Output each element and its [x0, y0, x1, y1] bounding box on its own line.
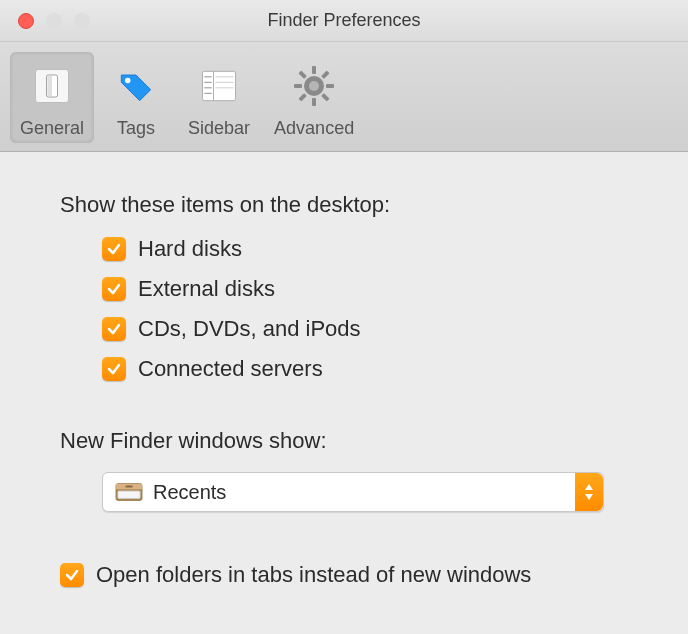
tab-label: Tags — [117, 118, 155, 139]
option-label: Open folders in tabs instead of new wind… — [96, 562, 531, 588]
svg-rect-17 — [294, 84, 302, 88]
svg-rect-19 — [321, 70, 329, 78]
svg-rect-18 — [326, 84, 334, 88]
close-window-button[interactable] — [18, 13, 34, 29]
tags-icon — [108, 58, 164, 114]
option-cds-dvds-ipods[interactable]: CDs, DVDs, and iPods — [102, 316, 638, 342]
new-windows-select[interactable]: Recents — [102, 472, 604, 512]
checkbox-icon — [60, 563, 84, 587]
advanced-icon — [286, 58, 342, 114]
option-connected-servers[interactable]: Connected servers — [102, 356, 638, 382]
svg-rect-15 — [312, 66, 316, 74]
tab-label: Advanced — [274, 118, 354, 139]
desktop-items-heading: Show these items on the desktop: — [60, 192, 638, 218]
content-pane: Show these items on the desktop: Hard di… — [0, 152, 688, 588]
tab-advanced[interactable]: Advanced — [264, 52, 364, 143]
toolbar: General Tags Sidebar — [0, 42, 688, 152]
new-windows-heading: New Finder windows show: — [60, 428, 638, 454]
window-controls — [0, 13, 90, 29]
svg-point-3 — [125, 78, 131, 84]
option-label: Connected servers — [138, 356, 323, 382]
option-label: CDs, DVDs, and iPods — [138, 316, 361, 342]
tab-tags[interactable]: Tags — [98, 52, 174, 143]
svg-rect-25 — [118, 491, 140, 498]
titlebar: Finder Preferences — [0, 0, 688, 42]
svg-rect-4 — [203, 71, 236, 100]
tab-label: Sidebar — [188, 118, 250, 139]
minimize-window-button[interactable] — [46, 13, 62, 29]
svg-rect-21 — [299, 70, 307, 78]
option-open-in-tabs[interactable]: Open folders in tabs instead of new wind… — [60, 562, 638, 588]
checkbox-icon — [102, 357, 126, 381]
tab-label: General — [20, 118, 84, 139]
select-value: Recents — [153, 481, 226, 504]
option-label: External disks — [138, 276, 275, 302]
svg-point-14 — [309, 81, 319, 91]
svg-rect-26 — [125, 486, 132, 488]
window-title: Finder Preferences — [0, 10, 688, 31]
tab-general[interactable]: General — [10, 52, 94, 143]
option-label: Hard disks — [138, 236, 242, 262]
chevron-up-down-icon — [575, 473, 603, 511]
tab-sidebar[interactable]: Sidebar — [178, 52, 260, 143]
svg-rect-2 — [47, 76, 52, 96]
option-external-disks[interactable]: External disks — [102, 276, 638, 302]
checkbox-icon — [102, 277, 126, 301]
option-hard-disks[interactable]: Hard disks — [102, 236, 638, 262]
svg-rect-16 — [312, 98, 316, 106]
zoom-window-button[interactable] — [74, 13, 90, 29]
general-icon — [24, 58, 80, 114]
svg-rect-22 — [321, 93, 329, 101]
checkbox-icon — [102, 237, 126, 261]
svg-rect-20 — [299, 93, 307, 101]
recents-icon — [113, 479, 145, 505]
checkbox-icon — [102, 317, 126, 341]
sidebar-icon — [191, 58, 247, 114]
